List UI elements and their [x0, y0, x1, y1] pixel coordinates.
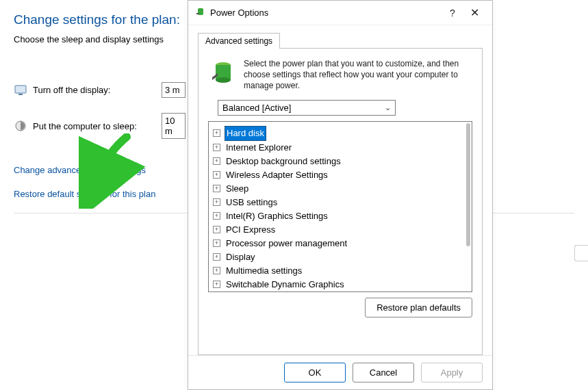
- expand-icon[interactable]: +: [213, 171, 220, 179]
- plan-select-value: Balanced [Active]: [222, 103, 291, 113]
- tree-item-label: Processor power management: [225, 237, 348, 250]
- tree-item-label: Internet Explorer: [225, 141, 293, 155]
- tree-item-label: Hard disk: [225, 126, 266, 141]
- tree-item[interactable]: +Wireless Adapter Settings: [213, 168, 468, 182]
- expand-icon[interactable]: +: [213, 226, 220, 233]
- help-button[interactable]: ?: [442, 3, 463, 23]
- svg-point-7: [216, 77, 231, 83]
- tree-item-label: Sleep: [225, 182, 250, 196]
- power-options-icon: [195, 6, 206, 19]
- tree-item[interactable]: +Internet Explorer: [213, 141, 468, 155]
- tree-item-label: Desktop background settings: [225, 155, 342, 168]
- expand-icon[interactable]: +: [213, 253, 220, 261]
- sleep-label: Put the computer to sleep:: [33, 121, 162, 131]
- expand-icon[interactable]: +: [213, 198, 220, 206]
- scroll-thumb[interactable]: [466, 123, 470, 246]
- tree-item[interactable]: +Desktop background settings: [213, 155, 468, 168]
- close-button[interactable]: ✕: [463, 3, 485, 23]
- svg-rect-0: [15, 86, 26, 93]
- tree-item[interactable]: +Multimedia settings: [213, 264, 468, 278]
- tree-item-label: PCI Express: [225, 223, 277, 237]
- apply-button: Apply: [421, 363, 483, 382]
- tree-item-label: Intel(R) Graphics Settings: [225, 209, 329, 223]
- svg-rect-4: [196, 13, 199, 14]
- tree-item[interactable]: +PCI Express: [213, 223, 468, 237]
- expand-icon[interactable]: +: [213, 129, 220, 137]
- tree-item-label: Wireless Adapter Settings: [225, 168, 329, 182]
- display-icon: [14, 83, 27, 97]
- tree-item[interactable]: +Switchable Dynamic Graphics: [213, 278, 468, 291]
- tree-item[interactable]: +Sleep: [213, 182, 468, 196]
- tree-item-label: Multimedia settings: [225, 264, 303, 278]
- plan-select[interactable]: Balanced [Active] ⌄: [218, 100, 396, 116]
- settings-tree[interactable]: +Hard disk+Internet Explorer+Desktop bac…: [208, 121, 472, 292]
- side-stub: [574, 245, 588, 261]
- expand-icon[interactable]: +: [213, 185, 220, 192]
- dialog-footer: OK Cancel Apply: [188, 355, 492, 389]
- display-turnoff-select[interactable]: 3 m: [162, 82, 186, 98]
- tree-item[interactable]: +USB settings: [213, 196, 468, 209]
- tree-item-label: Display: [225, 250, 257, 264]
- tab-panel: Select the power plan that you want to c…: [198, 48, 483, 355]
- dialog-title: Power Options: [210, 8, 442, 18]
- sleep-select[interactable]: 10 m: [162, 113, 186, 139]
- cancel-button[interactable]: Cancel: [353, 363, 414, 382]
- expand-icon[interactable]: +: [213, 144, 220, 151]
- power-options-dialog: Power Options ? ✕ Advanced settings Sele…: [188, 0, 493, 390]
- info-text: Select the power plan that you want to c…: [244, 58, 472, 92]
- tree-item[interactable]: +Intel(R) Graphics Settings: [213, 209, 468, 223]
- expand-icon[interactable]: +: [213, 212, 220, 220]
- expand-icon[interactable]: +: [213, 267, 220, 274]
- tree-item-label: USB settings: [225, 196, 279, 209]
- chevron-down-icon: ⌄: [385, 103, 391, 112]
- expand-icon[interactable]: +: [213, 157, 220, 165]
- tree-item-label: Switchable Dynamic Graphics: [225, 278, 346, 291]
- expand-icon[interactable]: +: [213, 239, 220, 247]
- tree-item[interactable]: +Processor power management: [213, 237, 468, 250]
- tree-item[interactable]: +Hard disk: [213, 126, 468, 141]
- ok-button[interactable]: OK: [284, 363, 346, 382]
- tab-advanced-settings[interactable]: Advanced settings: [198, 33, 280, 49]
- tree-item[interactable]: +Display: [213, 250, 468, 264]
- expand-icon[interactable]: +: [213, 281, 220, 288]
- tree-scrollbar[interactable]: [463, 123, 470, 290]
- titlebar: Power Options ? ✕: [188, 1, 492, 25]
- svg-rect-1: [18, 94, 23, 95]
- display-turnoff-label: Turn off the display:: [33, 85, 162, 95]
- battery-icon: [208, 58, 235, 92]
- sleep-icon: [14, 119, 27, 133]
- restore-plan-defaults-button[interactable]: Restore plan defaults: [365, 298, 472, 317]
